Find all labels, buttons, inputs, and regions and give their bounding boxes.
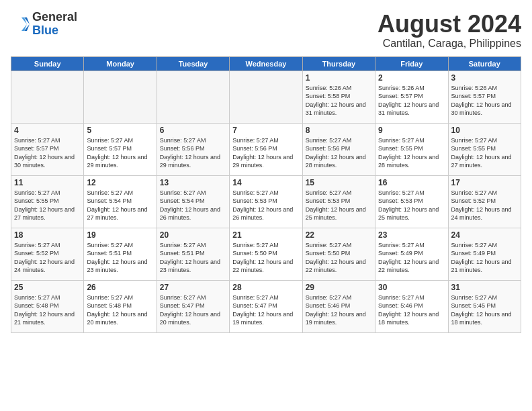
day-content: Sunrise: 5:27 AM Sunset: 5:46 PM Dayligh… (378, 293, 445, 327)
day-content: Sunrise: 5:27 AM Sunset: 5:57 PM Dayligh… (87, 136, 153, 170)
day-content: Sunrise: 5:27 AM Sunset: 5:51 PM Dayligh… (160, 241, 226, 275)
day-cell: 17Sunrise: 5:27 AM Sunset: 5:52 PM Dayli… (448, 175, 521, 228)
month-year: August 2024 (378, 11, 521, 38)
day-cell: 22Sunrise: 5:27 AM Sunset: 5:50 PM Dayli… (302, 228, 375, 280)
day-content: Sunrise: 5:27 AM Sunset: 5:54 PM Dayligh… (160, 189, 226, 222)
day-cell: 4Sunrise: 5:27 AM Sunset: 5:57 PM Daylig… (11, 123, 84, 175)
day-content: Sunrise: 5:27 AM Sunset: 5:47 PM Dayligh… (232, 293, 299, 327)
day-content: Sunrise: 5:27 AM Sunset: 5:50 PM Dayligh… (306, 241, 372, 275)
day-cell: 20Sunrise: 5:27 AM Sunset: 5:51 PM Dayli… (157, 228, 229, 280)
day-number: 14 (232, 178, 299, 187)
day-content: Sunrise: 5:27 AM Sunset: 5:52 PM Dayligh… (451, 189, 518, 222)
day-cell: 23Sunrise: 5:27 AM Sunset: 5:49 PM Dayli… (375, 228, 448, 280)
day-cell: 13Sunrise: 5:27 AM Sunset: 5:54 PM Dayli… (157, 175, 229, 228)
day-cell: 2Sunrise: 5:26 AM Sunset: 5:57 PM Daylig… (375, 71, 448, 123)
day-content: Sunrise: 5:27 AM Sunset: 5:50 PM Dayligh… (232, 241, 299, 275)
day-cell: 8Sunrise: 5:27 AM Sunset: 5:56 PM Daylig… (302, 123, 375, 175)
col-header-monday: Monday (84, 56, 157, 71)
day-number: 22 (306, 230, 372, 240)
day-cell: 24Sunrise: 5:27 AM Sunset: 5:49 PM Dayli… (448, 228, 521, 280)
day-number: 30 (378, 283, 445, 292)
day-number: 5 (87, 126, 153, 135)
day-cell: 3Sunrise: 5:26 AM Sunset: 5:57 PM Daylig… (448, 71, 521, 123)
day-number: 24 (451, 230, 518, 240)
day-cell (157, 71, 229, 123)
day-cell: 10Sunrise: 5:27 AM Sunset: 5:55 PM Dayli… (448, 123, 521, 175)
day-content: Sunrise: 5:27 AM Sunset: 5:55 PM Dayligh… (451, 136, 518, 170)
day-content: Sunrise: 5:27 AM Sunset: 5:45 PM Dayligh… (451, 293, 518, 327)
day-content: Sunrise: 5:27 AM Sunset: 5:53 PM Dayligh… (306, 189, 372, 222)
day-cell: 28Sunrise: 5:27 AM Sunset: 5:47 PM Dayli… (230, 280, 302, 332)
day-content: Sunrise: 5:27 AM Sunset: 5:49 PM Dayligh… (378, 241, 445, 275)
day-content: Sunrise: 5:27 AM Sunset: 5:49 PM Dayligh… (451, 241, 518, 275)
day-cell (230, 71, 302, 123)
day-content: Sunrise: 5:27 AM Sunset: 5:46 PM Dayligh… (306, 293, 372, 327)
day-cell: 16Sunrise: 5:27 AM Sunset: 5:53 PM Dayli… (375, 175, 448, 228)
day-cell: 9Sunrise: 5:27 AM Sunset: 5:55 PM Daylig… (375, 123, 448, 175)
day-cell: 26Sunrise: 5:27 AM Sunset: 5:48 PM Dayli… (84, 280, 157, 332)
day-content: Sunrise: 5:26 AM Sunset: 5:57 PM Dayligh… (378, 84, 445, 118)
day-cell (11, 71, 84, 123)
day-cell: 6Sunrise: 5:27 AM Sunset: 5:56 PM Daylig… (157, 123, 229, 175)
col-header-friday: Friday (375, 56, 448, 71)
day-content: Sunrise: 5:27 AM Sunset: 5:51 PM Dayligh… (87, 241, 153, 275)
day-number: 2 (378, 73, 445, 83)
day-number: 4 (14, 126, 81, 135)
day-number: 26 (87, 283, 153, 292)
day-number: 8 (306, 126, 372, 135)
day-number: 15 (306, 178, 372, 187)
day-content: Sunrise: 5:27 AM Sunset: 5:53 PM Dayligh… (378, 189, 445, 222)
day-content: Sunrise: 5:27 AM Sunset: 5:54 PM Dayligh… (87, 189, 153, 222)
day-cell: 5Sunrise: 5:27 AM Sunset: 5:57 PM Daylig… (84, 123, 157, 175)
header: General Blue August 2024 Cantilan, Carag… (11, 11, 521, 50)
day-cell: 29Sunrise: 5:27 AM Sunset: 5:46 PM Dayli… (302, 280, 375, 332)
day-number: 25 (14, 283, 81, 292)
day-number: 28 (232, 283, 299, 292)
day-number: 29 (306, 283, 372, 292)
day-number: 10 (451, 126, 518, 135)
calendar-table: SundayMondayTuesdayWednesdayThursdayFrid… (11, 56, 521, 333)
page: General Blue August 2024 Cantilan, Carag… (0, 0, 532, 411)
day-content: Sunrise: 5:26 AM Sunset: 5:57 PM Dayligh… (451, 84, 518, 118)
logo: General Blue (11, 11, 77, 38)
day-cell: 15Sunrise: 5:27 AM Sunset: 5:53 PM Dayli… (302, 175, 375, 228)
day-cell: 14Sunrise: 5:27 AM Sunset: 5:53 PM Dayli… (230, 175, 302, 228)
day-number: 6 (160, 126, 226, 135)
day-number: 11 (14, 178, 81, 187)
day-number: 3 (451, 73, 518, 83)
day-content: Sunrise: 5:27 AM Sunset: 5:56 PM Dayligh… (232, 136, 299, 170)
day-cell: 19Sunrise: 5:27 AM Sunset: 5:51 PM Dayli… (84, 228, 157, 280)
day-number: 21 (232, 230, 299, 240)
location: Cantilan, Caraga, Philippines (378, 38, 521, 50)
logo-blue: Blue (32, 24, 77, 38)
day-number: 18 (14, 230, 81, 240)
day-cell: 31Sunrise: 5:27 AM Sunset: 5:45 PM Dayli… (448, 280, 521, 332)
day-number: 1 (306, 73, 372, 83)
day-number: 12 (87, 178, 153, 187)
title-block: August 2024 Cantilan, Caraga, Philippine… (378, 11, 521, 50)
day-content: Sunrise: 5:27 AM Sunset: 5:48 PM Dayligh… (87, 293, 153, 327)
day-cell: 27Sunrise: 5:27 AM Sunset: 5:47 PM Dayli… (157, 280, 229, 332)
day-cell: 7Sunrise: 5:27 AM Sunset: 5:56 PM Daylig… (230, 123, 302, 175)
logo-icon (11, 15, 30, 34)
day-number: 9 (378, 126, 445, 135)
week-row-2: 4Sunrise: 5:27 AM Sunset: 5:57 PM Daylig… (11, 123, 521, 175)
day-number: 17 (451, 178, 518, 187)
day-number: 27 (160, 283, 226, 292)
col-header-thursday: Thursday (302, 56, 375, 71)
day-cell (84, 71, 157, 123)
day-content: Sunrise: 5:27 AM Sunset: 5:53 PM Dayligh… (232, 189, 299, 222)
day-cell: 21Sunrise: 5:27 AM Sunset: 5:50 PM Dayli… (230, 228, 302, 280)
logo-text: General Blue (32, 11, 77, 38)
day-number: 19 (87, 230, 153, 240)
day-number: 23 (378, 230, 445, 240)
day-content: Sunrise: 5:27 AM Sunset: 5:56 PM Dayligh… (306, 136, 372, 170)
day-cell: 25Sunrise: 5:27 AM Sunset: 5:48 PM Dayli… (11, 280, 84, 332)
day-content: Sunrise: 5:27 AM Sunset: 5:52 PM Dayligh… (14, 241, 81, 275)
day-content: Sunrise: 5:27 AM Sunset: 5:47 PM Dayligh… (160, 293, 226, 327)
day-cell: 30Sunrise: 5:27 AM Sunset: 5:46 PM Dayli… (375, 280, 448, 332)
day-content: Sunrise: 5:27 AM Sunset: 5:56 PM Dayligh… (160, 136, 226, 170)
col-header-wednesday: Wednesday (230, 56, 302, 71)
day-content: Sunrise: 5:27 AM Sunset: 5:48 PM Dayligh… (14, 293, 81, 327)
day-cell: 1Sunrise: 5:26 AM Sunset: 5:58 PM Daylig… (302, 71, 375, 123)
